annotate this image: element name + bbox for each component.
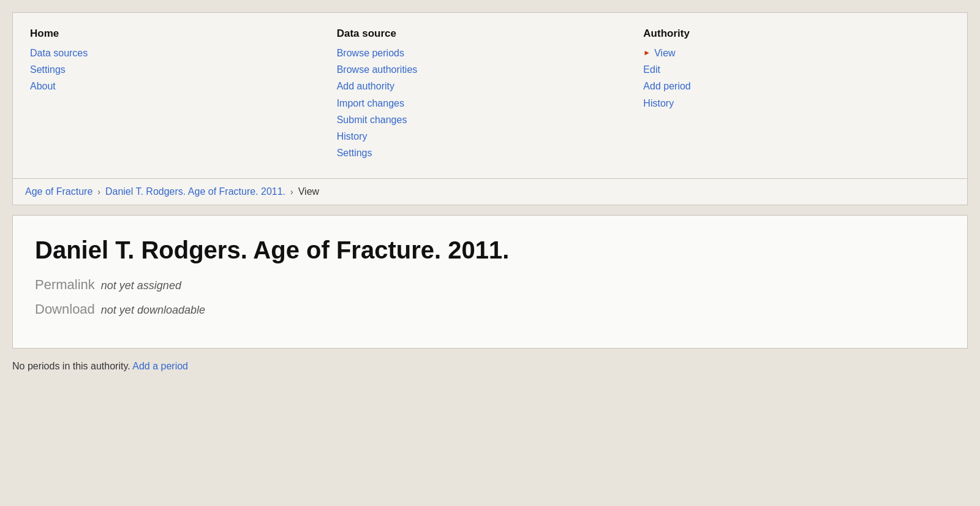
breadcrumb-box: Age of Fracture › Daniel T. Rodgers. Age… <box>12 179 968 205</box>
breadcrumb-link-authority[interactable]: Age of Fracture <box>25 186 92 197</box>
breadcrumb-sep-1: › <box>97 187 100 197</box>
nav-link-about[interactable]: About <box>30 78 337 94</box>
footer-text: No periods in this authority. Add a peri… <box>12 361 968 372</box>
nav-authority-heading: Authority <box>643 28 950 40</box>
nav-link-view[interactable]: ► View <box>643 45 950 61</box>
nav-link-edit[interactable]: Edit <box>643 61 950 78</box>
nav-datasource-heading: Data source <box>337 28 644 40</box>
nav-link-history-ds[interactable]: History <box>337 128 644 145</box>
nav-link-settings-ds[interactable]: Settings <box>337 145 644 161</box>
nav-link-submit-changes[interactable]: Submit changes <box>337 111 644 128</box>
permalink-label: Permalink <box>35 277 95 293</box>
main-content-box: Daniel T. Rodgers. Age of Fracture. 2011… <box>12 215 968 349</box>
no-periods-text: No periods in this authority. <box>12 361 130 371</box>
breadcrumb-current: View <box>298 186 319 197</box>
permalink-value: not yet assigned <box>101 279 181 292</box>
nav-link-add-authority[interactable]: Add authority <box>337 78 644 94</box>
authority-title: Daniel T. Rodgers. Age of Fracture. 2011… <box>35 235 945 265</box>
breadcrumb: Age of Fracture › Daniel T. Rodgers. Age… <box>25 186 955 197</box>
nav-link-history-auth[interactable]: History <box>643 95 950 111</box>
arrow-icon: ► <box>643 47 650 59</box>
download-row: Download not yet downloadable <box>35 301 945 317</box>
nav-link-data-sources[interactable]: Data sources <box>30 45 337 61</box>
nav-column-datasource: Data source Browse periods Browse author… <box>337 28 644 161</box>
add-period-link[interactable]: Add a period <box>132 361 188 371</box>
nav-link-browse-authorities[interactable]: Browse authorities <box>337 61 644 78</box>
nav-column-home: Home Data sources Settings About <box>30 28 337 161</box>
download-label: Download <box>35 301 95 317</box>
permalink-row: Permalink not yet assigned <box>35 277 945 293</box>
breadcrumb-link-datasource[interactable]: Daniel T. Rodgers. Age of Fracture. 2011… <box>105 186 285 197</box>
navigation-box: Home Data sources Settings About Data so… <box>12 12 968 179</box>
nav-link-browse-periods[interactable]: Browse periods <box>337 45 644 61</box>
download-value: not yet downloadable <box>101 304 205 317</box>
nav-column-authority: Authority ► View Edit Add period History <box>643 28 950 161</box>
nav-home-heading: Home <box>30 28 337 40</box>
breadcrumb-sep-2: › <box>290 187 293 197</box>
nav-link-settings-home[interactable]: Settings <box>30 61 337 78</box>
nav-link-import-changes[interactable]: Import changes <box>337 95 644 111</box>
nav-link-add-period[interactable]: Add period <box>643 78 950 94</box>
